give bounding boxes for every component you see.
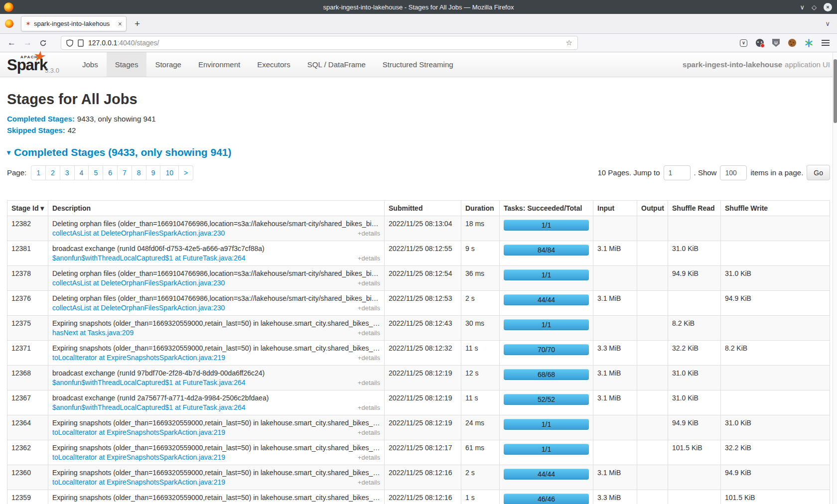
privacy-mask-icon[interactable]: [756, 39, 764, 47]
stage-callsite-link[interactable]: hasNext at Tasks.java:209: [52, 329, 134, 337]
column-header[interactable]: Duration: [461, 201, 500, 216]
input-cell: 3.3 MiB: [593, 341, 637, 366]
stages-table: Stage Id ▾DescriptionSubmittedDurationTa…: [7, 200, 830, 504]
page-number-button[interactable]: 7: [118, 165, 132, 180]
spark-nav-tab[interactable]: SQL / DataFrame: [299, 52, 374, 77]
window-close-icon[interactable]: ×: [824, 3, 832, 11]
jump-to-page-input[interactable]: [664, 165, 691, 180]
pocket-icon[interactable]: ∨: [740, 39, 747, 47]
stage-callsite-link[interactable]: $anonfun$withThreadLocalCaptured$1 at Fu…: [52, 378, 246, 386]
table-row: 12364 Expiring snapshots (older_than=166…: [7, 415, 830, 440]
app-suffix: application UI: [785, 60, 830, 69]
details-toggle[interactable]: +details: [358, 279, 380, 287]
page-number-button[interactable]: 3: [60, 165, 75, 180]
shuffle-write-cell: 31.0 KiB: [721, 415, 830, 440]
duration-cell: 61 ms: [461, 440, 500, 465]
column-header[interactable]: Description: [48, 201, 385, 216]
stage-id-cell: 12376: [7, 291, 48, 316]
page-scrollbar[interactable]: [833, 52, 837, 504]
menu-hamburger-icon[interactable]: [822, 40, 830, 46]
column-header[interactable]: Submitted: [385, 201, 461, 216]
new-tab-button[interactable]: +: [135, 18, 140, 29]
details-toggle[interactable]: +details: [358, 304, 380, 312]
shuffle-write-cell: [721, 216, 830, 241]
stage-callsite-link[interactable]: toLocalIterator at ExpireSnapshotsSparkA…: [52, 478, 225, 486]
page-label: Page:: [7, 168, 26, 177]
spark-nav-tab[interactable]: Stages: [107, 52, 147, 77]
page-number-button[interactable]: 5: [89, 165, 103, 180]
page-number-button[interactable]: 4: [75, 165, 89, 180]
details-toggle[interactable]: +details: [358, 329, 380, 337]
table-body: 12382 Deleting orphan files (older_than=…: [7, 216, 830, 504]
shuffle-read-cell: 31.0 KiB: [668, 241, 721, 266]
stage-callsite-link[interactable]: $anonfun$withThreadLocalCaptured$1 at Fu…: [52, 254, 246, 262]
stage-callsite-link[interactable]: $anonfun$withThreadLocalCaptured$1 at Fu…: [52, 403, 246, 411]
page-number-button[interactable]: >: [179, 165, 193, 180]
output-cell: [637, 390, 668, 415]
details-toggle[interactable]: +details: [358, 479, 380, 486]
back-button[interactable]: ←: [7, 38, 16, 48]
page-number-button[interactable]: 9: [146, 165, 161, 180]
page-number-button[interactable]: 10: [160, 165, 179, 180]
stage-callsite-link[interactable]: toLocalIterator at ExpireSnapshotsSparkA…: [52, 428, 225, 436]
tasks-cell: 1/1: [500, 266, 593, 291]
stage-callsite-link[interactable]: collectAsList at DeleteOrphanFilesSparkA…: [52, 279, 225, 287]
window-maximize-icon[interactable]: ◇: [812, 4, 817, 10]
page-number-button[interactable]: 2: [46, 165, 60, 180]
stage-id-cell: 12382: [7, 216, 48, 241]
firefox-icon-small[interactable]: [5, 19, 13, 28]
stage-callsite-link[interactable]: toLocalIterator at ExpireSnapshotsSparkA…: [52, 354, 225, 362]
page-number-button[interactable]: 1: [31, 165, 46, 180]
page-number-button[interactable]: 8: [132, 165, 146, 180]
completed-stages-section-toggle[interactable]: ▾ Completed Stages (9433, only showing 9…: [7, 146, 830, 158]
section-title: Completed Stages (9433, only showing 941…: [14, 146, 231, 158]
output-cell: [637, 266, 668, 291]
stage-callsite-link[interactable]: toLocalIterator at ExpireSnapshotsSparkA…: [52, 453, 225, 461]
url-bar[interactable]: 127.0.0.1:4040/stages/ ☆: [61, 36, 578, 50]
stage-id-cell: 12367: [7, 390, 48, 415]
submitted-cell: 2022/11/25 08:12:53: [385, 291, 461, 316]
stage-callsite-link[interactable]: collectAsList at DeleteOrphanFilesSparkA…: [52, 304, 225, 312]
details-toggle[interactable]: +details: [358, 230, 380, 237]
stage-description: Expiring snapshots (older_than=166932055…: [52, 469, 380, 477]
spark-nav-tab[interactable]: Jobs: [74, 52, 107, 77]
reload-button[interactable]: [39, 39, 47, 47]
stage-callsite-link[interactable]: collectAsList at DeleteOrphanFilesSparkA…: [52, 229, 225, 237]
spark-nav-tab[interactable]: Executors: [249, 52, 299, 77]
details-toggle[interactable]: +details: [358, 429, 380, 436]
column-header[interactable]: Input: [593, 201, 637, 216]
details-toggle[interactable]: +details: [358, 379, 380, 386]
spark-nav-tab[interactable]: Structured Streaming: [374, 52, 462, 77]
spark-logo[interactable]: APACHE ★ Spark 3.3.0: [7, 52, 67, 77]
forward-button[interactable]: →: [23, 38, 32, 48]
bookmark-star-icon[interactable]: ☆: [566, 38, 572, 47]
column-header[interactable]: Tasks: Succeeded/Total: [500, 201, 593, 216]
list-tabs-chevron-icon[interactable]: ∨: [825, 20, 830, 27]
column-header[interactable]: Stage Id ▾: [7, 201, 48, 216]
spark-nav-tab[interactable]: Environment: [190, 52, 249, 77]
scrollbar-thumb[interactable]: [834, 59, 837, 123]
column-header[interactable]: Shuffle Read: [668, 201, 721, 216]
spark-nav-tab[interactable]: Storage: [146, 52, 190, 77]
column-header[interactable]: Shuffle Write: [721, 201, 830, 216]
shuffle-read-cell: [668, 490, 721, 504]
details-toggle[interactable]: +details: [358, 404, 380, 411]
window-minimize-icon[interactable]: ∨: [800, 4, 805, 10]
description-cell: broadcast exchange (runId 048fd06f-d753-…: [48, 241, 385, 266]
cookie-extension-icon[interactable]: [788, 39, 796, 47]
details-toggle[interactable]: +details: [358, 254, 380, 262]
page-number-button[interactable]: 6: [103, 165, 118, 180]
pinwheel-extension-icon[interactable]: [805, 39, 813, 47]
column-header[interactable]: Output: [637, 201, 668, 216]
items-per-page-input[interactable]: [720, 165, 747, 180]
shuffle-write-cell: 31.0 KiB: [721, 266, 830, 291]
ublock-shield-icon[interactable]: U: [772, 39, 780, 47]
go-button[interactable]: Go: [807, 165, 830, 180]
details-toggle[interactable]: +details: [358, 454, 380, 461]
browser-tab[interactable]: ✶ spark-ingest-into-lakehous ×: [21, 16, 127, 31]
details-toggle[interactable]: +details: [358, 354, 380, 362]
tab-close-icon[interactable]: ×: [118, 20, 122, 28]
stage-description: Expiring snapshots (older_than=166932055…: [52, 444, 380, 452]
duration-cell: 24 ms: [461, 415, 500, 440]
stage-description: Deleting orphan files (older_than=166910…: [52, 269, 380, 277]
